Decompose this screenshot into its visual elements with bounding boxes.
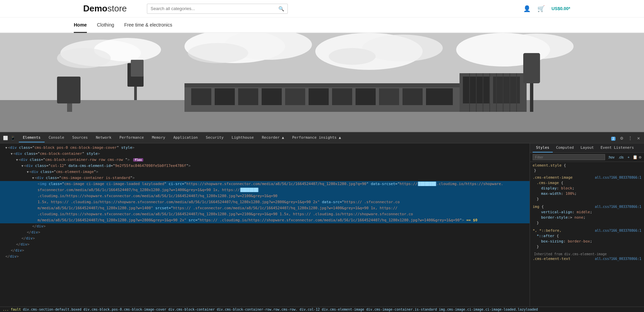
styles-tab-computed[interactable]: Computed bbox=[553, 143, 577, 152]
html-line-13[interactable]: m/media/a8/56/1c/1664524407/hq_1280x1280… bbox=[0, 217, 530, 223]
html-line-6[interactable]: ▼<div class="cms-image-container is-stan… bbox=[0, 175, 530, 181]
html-line-10[interactable]: 1.5x, https:// .cloudimg.io/https://shop… bbox=[0, 199, 530, 205]
svg-point-6 bbox=[188, 43, 248, 63]
devtools-badge: 2 bbox=[608, 135, 617, 141]
html-line-5[interactable]: ▼<div class="cms-element-image"> bbox=[0, 169, 530, 175]
style-rule-element: element.style { } bbox=[533, 163, 641, 173]
styles-tab-event-listeners[interactable]: Event Listeners bbox=[597, 143, 637, 152]
copy-icon[interactable]: 📋 bbox=[633, 155, 638, 160]
style-prop-2: display: block; bbox=[533, 186, 641, 191]
user-icon[interactable]: 👤 bbox=[523, 5, 531, 12]
style-prop-valign: vertical-align: middle; bbox=[533, 210, 641, 215]
breadcrumb-7[interactable]: div.cms-image-container.is-standard bbox=[366, 308, 437, 311]
devtools-device-icon[interactable]: 📱 bbox=[10, 135, 15, 141]
html-line-1[interactable]: ▼<div class="cms-block pos-0 cms-block-i… bbox=[0, 145, 530, 151]
html-line-3[interactable]: ▼<div class="cms-block-container-row row… bbox=[0, 157, 530, 163]
devtools-settings-icon[interactable]: ⚙ bbox=[619, 135, 624, 141]
devtools-tab-network[interactable]: Network bbox=[92, 133, 115, 142]
logo: Demostore bbox=[83, 3, 127, 14]
style-rule-cms-element: .cms-element-image all.css?166_003370866… bbox=[533, 175, 641, 202]
nav-item-clothing[interactable]: Clothing bbox=[97, 17, 114, 32]
search-input[interactable] bbox=[151, 6, 278, 11]
html-line-16[interactable]: </div> bbox=[0, 235, 530, 241]
breadcrumb-4[interactable]: div.cms-block-container-row.row.cms-row. bbox=[217, 308, 298, 311]
breadcrumb-8[interactable]: img.cms-image.ci-image.ci-image-loaded.l… bbox=[439, 308, 538, 311]
filter-add-button[interactable]: + bbox=[627, 155, 631, 160]
style-source-inherited[interactable]: all.css?166_003370866:1 bbox=[595, 257, 641, 261]
breadcrumb-3[interactable]: div.cms-block-container bbox=[168, 308, 215, 311]
svg-point-3 bbox=[57, 48, 111, 68]
app: Demostore 🔍 👤 🛒 US$0.00* Home Clothing F… bbox=[0, 0, 644, 312]
svg-rect-24 bbox=[332, 88, 352, 105]
svg-rect-17 bbox=[184, 83, 460, 87]
html-line-7[interactable]: <img class="cms-image ci-image ci-image-… bbox=[0, 181, 530, 187]
svg-rect-26 bbox=[379, 88, 399, 105]
html-line-9[interactable]: .cloudimg.io/https://shopware.sfxconnect… bbox=[0, 193, 530, 199]
style-source-img[interactable]: all.css?166_003370866:1 bbox=[595, 205, 641, 209]
cart-label[interactable]: US$0.00* bbox=[551, 6, 570, 11]
html-line-4[interactable]: ▼<div class="col-12" data-cms-element-id… bbox=[0, 163, 530, 169]
styles-filter-bar: :hov .cls + 📋 ⚙ bbox=[530, 153, 644, 162]
devtools-tab-perf-insights[interactable]: Performance insights ▲ bbox=[288, 133, 345, 142]
devtools-tab-performance[interactable]: Performance bbox=[115, 133, 148, 142]
style-selector-box: *, *::before, bbox=[533, 228, 561, 233]
logo-bold: Demo bbox=[83, 3, 107, 13]
html-tree: ▼<div class="cms-block pos-0 cms-block-i… bbox=[0, 143, 530, 307]
breadcrumb-5[interactable]: div.col-12 bbox=[300, 308, 320, 311]
style-source-box[interactable]: all.css?166_003370866:1 bbox=[595, 229, 641, 232]
html-line-8[interactable]: sfxconnector.com/media/a8/56/1c/16645244… bbox=[0, 187, 530, 193]
html-line-12[interactable]: .cloudimg.io/https://shopware.sfxconnect… bbox=[0, 211, 530, 217]
style-prop-box-sizing: box-sizing: border-box; bbox=[533, 239, 641, 244]
devtools-tab-application[interactable]: Application bbox=[169, 133, 202, 142]
html-line-17[interactable]: </div> bbox=[0, 241, 530, 248]
devtools-close-icon[interactable]: ✕ bbox=[636, 135, 641, 141]
search-bar: 🔍 bbox=[147, 4, 288, 14]
header: Demostore 🔍 👤 🛒 US$0.00* bbox=[0, 0, 644, 17]
hero-svg bbox=[0, 33, 644, 132]
filter-hov-button[interactable]: :hov bbox=[607, 155, 615, 160]
styles-tab-styles[interactable]: Styles bbox=[533, 143, 553, 152]
settings-icon[interactable]: ⚙ bbox=[639, 155, 641, 160]
styles-filter-input[interactable] bbox=[533, 154, 605, 160]
html-line-19[interactable]: </div> bbox=[0, 254, 530, 260]
search-button[interactable]: 🔍 bbox=[278, 6, 284, 11]
devtools-panel: ⬜ 📱 Elements Console Sources Network Per… bbox=[0, 132, 644, 312]
filter-cls-button[interactable]: .cls bbox=[618, 155, 625, 160]
logo-light: store bbox=[107, 3, 127, 13]
nav-item-home[interactable]: Home bbox=[74, 17, 87, 32]
html-line-15[interactable]: </div> bbox=[0, 229, 530, 235]
breadcrumb-6[interactable]: div.cms-element-image bbox=[322, 308, 364, 311]
style-source-2[interactable]: all.css?166_003370866:1 bbox=[595, 176, 641, 179]
devtools-more-icon[interactable]: ⋮ bbox=[627, 135, 634, 141]
devtools-tab-lighthouse[interactable]: Lighthouse bbox=[228, 133, 258, 142]
devtools-body: ▼<div class="cms-block pos-0 cms-block-i… bbox=[0, 143, 644, 307]
devtools-tab-sources[interactable]: Sources bbox=[68, 133, 92, 142]
nav-item-electronics[interactable]: Free time & electronics bbox=[124, 17, 172, 32]
devtools-tabs-bar: ⬜ 📱 Elements Console Sources Network Per… bbox=[0, 133, 644, 143]
breadcrumb-1[interactable]: div.cms-section-default.boxed bbox=[23, 308, 82, 311]
svg-rect-41 bbox=[523, 53, 540, 83]
style-prop-brace-close: } bbox=[533, 220, 641, 226]
html-line-11[interactable]: m/media/a8/56/1c/1664524407/hq_1280x1280… bbox=[0, 205, 530, 211]
breadcrumb-bar: ... fault div.cms-section-default.boxed … bbox=[0, 307, 644, 312]
devtools-tab-security[interactable]: Security bbox=[202, 133, 228, 142]
html-line-2[interactable]: ▼<div class="cms-block-container" style> bbox=[0, 151, 530, 157]
html-line-18[interactable]: </div> bbox=[0, 248, 530, 254]
devtools-tab-console[interactable]: Console bbox=[45, 133, 68, 142]
devtools-inspect-icon[interactable]: ⬜ bbox=[3, 135, 8, 141]
svg-rect-22 bbox=[285, 88, 305, 105]
styles-tab-layout[interactable]: Layout bbox=[577, 143, 597, 152]
html-line-14[interactable]: </div> bbox=[0, 223, 530, 229]
style-selector: element.style { bbox=[533, 163, 641, 168]
svg-rect-25 bbox=[356, 88, 376, 105]
svg-rect-43 bbox=[57, 77, 80, 103]
style-prop-border-style: border-style:> none; bbox=[533, 215, 641, 220]
style-rule-box-sizing: *, *::before, all.css?166_003370866:1 *:… bbox=[533, 228, 641, 250]
cart-icon[interactable]: 🛒 bbox=[537, 5, 545, 12]
breadcrumb-2[interactable]: div.cms-block.pos-0.cms-block-image-cove… bbox=[84, 308, 166, 311]
devtools-tab-recorder[interactable]: Recorder ▲ bbox=[258, 133, 288, 142]
devtools-tab-memory[interactable]: Memory bbox=[148, 133, 169, 142]
devtools-tab-elements[interactable]: Elements bbox=[19, 133, 45, 142]
svg-rect-15 bbox=[131, 60, 144, 77]
style-rule-img: img { all.css?166_003370866:1 vertical-a… bbox=[533, 205, 641, 226]
